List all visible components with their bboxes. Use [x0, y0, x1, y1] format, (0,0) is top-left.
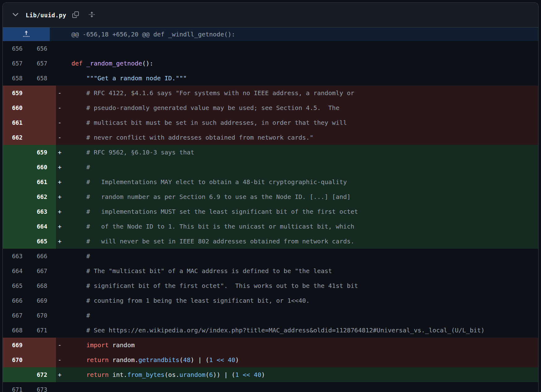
diff-marker — [56, 263, 71, 278]
copy-path-button[interactable] — [70, 10, 81, 21]
line-number-gutter: 669 — [3, 338, 56, 352]
new-line-number[interactable]: 670 — [28, 308, 52, 323]
code-line: # See https://en.wikipedia.org/w/index.p… — [71, 323, 485, 338]
diff-row: 661- # multicast bit must be set in such… — [3, 115, 538, 130]
new-line-number[interactable]: 656 — [28, 41, 52, 56]
line-number-gutter: 661 — [3, 115, 56, 130]
code-line: # significant bit of the first octet". T… — [71, 278, 358, 293]
expand-up-icon — [23, 30, 30, 39]
new-line-number[interactable] — [28, 352, 52, 367]
line-number-gutter: 666669 — [3, 293, 56, 308]
expand-hunk-up-button[interactable] — [3, 27, 50, 41]
diff-row: 664+ # of the Node ID to 1. This bit is … — [3, 219, 538, 234]
new-line-number[interactable]: 668 — [28, 278, 52, 293]
line-number-gutter: 665 — [3, 234, 56, 249]
old-line-number[interactable] — [3, 175, 28, 189]
old-line-number[interactable]: 671 — [3, 382, 28, 392]
code-line: # multicast bit must be set in such addr… — [71, 115, 347, 130]
copy-icon — [72, 11, 79, 19]
old-line-number[interactable] — [3, 145, 28, 160]
new-line-number[interactable]: 671 — [28, 323, 52, 338]
diff-marker — [56, 71, 71, 86]
old-line-number[interactable]: 658 — [3, 71, 28, 86]
old-line-number[interactable]: 661 — [3, 115, 28, 130]
diff-marker — [56, 41, 71, 56]
old-line-number[interactable]: 656 — [3, 41, 28, 56]
new-line-number[interactable]: 659 — [28, 145, 52, 160]
old-line-number[interactable]: 667 — [3, 308, 28, 323]
new-line-number[interactable] — [28, 338, 52, 352]
expand-all-hunks-button[interactable] — [86, 9, 97, 21]
old-line-number[interactable] — [3, 204, 28, 219]
code-line: return int.from_bytes(os.urandom(6)) | (… — [71, 367, 265, 382]
diff-marker — [56, 278, 71, 293]
new-line-number[interactable]: 672 — [28, 367, 52, 382]
new-line-number[interactable]: 661 — [28, 175, 52, 189]
new-line-number[interactable]: 673 — [28, 382, 52, 392]
code-line: # — [71, 160, 90, 175]
old-line-number[interactable]: 670 — [3, 352, 28, 367]
new-line-number[interactable]: 662 — [28, 189, 52, 204]
line-number-gutter: 663 — [3, 204, 56, 219]
old-line-number[interactable]: 663 — [3, 249, 28, 263]
code-line: """Get a random node ID.""" — [71, 71, 187, 86]
unfold-vertical-icon — [88, 11, 96, 19]
old-line-number[interactable] — [3, 234, 28, 249]
line-number-gutter: 671673 — [3, 382, 56, 392]
chevron-down-icon — [12, 11, 19, 19]
new-line-number[interactable]: 660 — [28, 160, 52, 175]
old-line-number[interactable]: 665 — [3, 278, 28, 293]
line-number-gutter: 664 — [3, 219, 56, 234]
new-line-number[interactable]: 657 — [28, 56, 52, 71]
line-number-gutter: 668671 — [3, 323, 56, 338]
new-line-number[interactable] — [28, 115, 52, 130]
old-line-number[interactable]: 666 — [3, 293, 28, 308]
old-line-number[interactable]: 660 — [3, 100, 28, 115]
diff-marker: + — [56, 234, 71, 249]
line-number-gutter: 658658 — [3, 71, 56, 86]
new-line-number[interactable]: 666 — [28, 249, 52, 263]
old-line-number[interactable] — [3, 160, 28, 175]
line-number-gutter: 656656 — [3, 41, 56, 56]
line-number-gutter: 665668 — [3, 278, 56, 293]
new-line-number[interactable]: 665 — [28, 234, 52, 249]
new-line-number[interactable]: 669 — [28, 293, 52, 308]
old-line-number[interactable]: 664 — [3, 263, 28, 278]
new-line-number[interactable]: 667 — [28, 263, 52, 278]
code-line: # — [71, 249, 90, 263]
diff-row: 666669 # counting from 1 being the least… — [3, 293, 538, 308]
old-line-number[interactable] — [3, 367, 28, 382]
new-line-number[interactable]: 663 — [28, 204, 52, 219]
new-line-number[interactable]: 658 — [28, 71, 52, 86]
new-line-number[interactable] — [28, 130, 52, 145]
new-line-number[interactable]: 664 — [28, 219, 52, 234]
collapse-file-button[interactable] — [10, 9, 21, 21]
diff-marker: - — [56, 86, 71, 100]
old-line-number[interactable]: 662 — [3, 130, 28, 145]
line-number-gutter: 659 — [3, 86, 56, 100]
old-line-number[interactable]: 668 — [3, 323, 28, 338]
diff-row: 661+ # Implementations MAY elect to obta… — [3, 175, 538, 189]
diff-marker — [56, 293, 71, 308]
diff-marker: + — [56, 367, 71, 382]
old-line-number[interactable] — [3, 189, 28, 204]
old-line-number[interactable] — [3, 219, 28, 234]
old-line-number[interactable]: 669 — [3, 338, 28, 352]
code-line: # RFC 9562, §6.10-3 says that — [71, 145, 194, 160]
line-number-gutter: 667670 — [3, 308, 56, 323]
line-number-gutter: 657657 — [3, 56, 56, 71]
code-line: # random number as per Section 6.9 to us… — [71, 189, 351, 204]
diff-marker: - — [56, 352, 71, 367]
diff-marker — [56, 56, 71, 71]
file-header: Lib/uuid.py — [3, 3, 538, 27]
new-line-number[interactable] — [28, 100, 52, 115]
old-line-number[interactable]: 659 — [3, 86, 28, 100]
file-name: Lib/uuid.py — [26, 12, 66, 19]
diff-marker: + — [56, 189, 71, 204]
new-line-number[interactable] — [28, 86, 52, 100]
diff-marker — [56, 308, 71, 323]
diff-row: 662+ # random number as per Section 6.9 … — [3, 189, 538, 204]
diff-row: 669- import random — [3, 338, 538, 352]
old-line-number[interactable]: 657 — [3, 56, 28, 71]
diff-row: 665+ # will never be set in IEEE 802 add… — [3, 234, 538, 249]
